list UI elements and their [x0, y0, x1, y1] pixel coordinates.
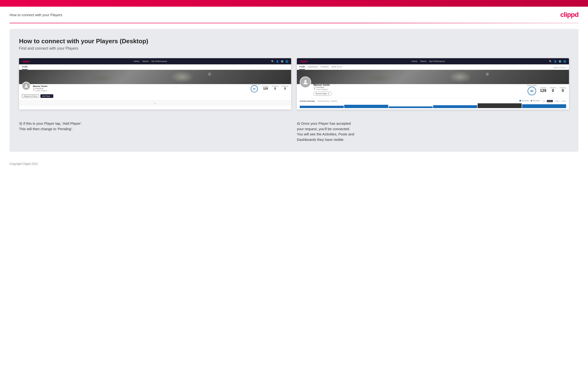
avatar-1: [22, 82, 30, 90]
screenshot-2: clippd Home Teams My Performance 🔍 👤 ⚙️ …: [297, 58, 569, 109]
app-logo-2: clippd: [300, 60, 307, 63]
filter-6mths[interactable]: 6 mths: [547, 100, 553, 102]
app-tabs-left-2: Profile Dashboard Activities What To On: [299, 66, 342, 70]
app-nav-2: clippd Home Teams My Performance 🔍 👤 ⚙️ …: [297, 58, 569, 64]
time-filters: 1 yr 6 mths 3 mths 1 mth: [542, 100, 566, 102]
tab-whattoon-2[interactable]: What To On: [331, 66, 342, 70]
app-tabs-1: Profile: [19, 64, 291, 70]
profile-avatar-area-2: Marcus Turner 1-5 Handicap 📍 United King…: [300, 82, 566, 96]
nav-myperformance-2[interactable]: My Performance: [429, 60, 445, 62]
globe-icon-2[interactable]: 🌐: [563, 60, 566, 63]
profile-avatar-area-1: Marcus Turner 1-5 Handicap 📍 United King…: [22, 82, 288, 92]
profile-info-2: Marcus Turner 1-5 Handicap 📍 United King…: [313, 83, 525, 96]
activity-legend: On course Off course: [519, 100, 540, 101]
profile-handicap-2: 1-5 Handicap: [313, 86, 525, 88]
app-nav-icons-2: 🔍 👤 ⚙️ 🌐: [549, 60, 566, 63]
top-bar: [0, 0, 588, 7]
bar-2: [344, 105, 388, 108]
oncourse-dot: [519, 100, 521, 101]
tab-profile-1[interactable]: Profile: [22, 66, 28, 70]
profile-location-1: 📍 United Kingdom: [33, 90, 247, 92]
quality-label-2: Player Quality: [527, 84, 537, 86]
quality-label-1: Player Quality: [250, 83, 259, 85]
screenshots-row: clippd Home Teams My Performance 🔍 👤 ⚙️ …: [19, 58, 569, 109]
activities-label-2: Activities: [540, 87, 546, 89]
following-stat-1: Following 0: [282, 85, 288, 90]
tab-profile-2[interactable]: Profile: [299, 66, 305, 70]
following-value-2: 0: [560, 89, 566, 93]
offcourse-dot: [531, 100, 532, 101]
add-player-button[interactable]: Add Player +: [40, 94, 53, 98]
search-icon-2[interactable]: 🔍: [549, 60, 552, 63]
footer: Copyright Clippd 2022: [0, 158, 588, 170]
activity-summary-header: Activity Summary Monthly Activity · 6 Mo…: [300, 100, 566, 102]
app-logo-1: clippd: [22, 60, 29, 63]
filter-1yr[interactable]: 1 yr: [542, 100, 546, 102]
profile-name-1: Marcus Turner: [33, 85, 247, 87]
activities-value-2: 129: [540, 89, 546, 93]
svg-point-0: [26, 84, 27, 86]
filter-3mths[interactable]: 3 mths: [554, 100, 560, 102]
globe-icon-1[interactable]: 🌐: [285, 60, 288, 63]
bar-5: [478, 103, 522, 108]
profile-name-2: Marcus Turner: [313, 83, 525, 86]
main-content: How to connect with your Players (Deskto…: [9, 29, 579, 152]
stats-area-2: Player Quality 92 Activities 129 Followe…: [527, 84, 566, 95]
bar-chart: [300, 103, 566, 108]
activities-stat-2: Activities 129: [540, 87, 546, 93]
activity-left: Activity Summary Monthly Activity · 6 Mo…: [300, 100, 337, 102]
following-value-1: 0: [282, 87, 288, 90]
nav-home-2[interactable]: Home: [412, 60, 417, 62]
user-icon-2[interactable]: 👤: [554, 60, 557, 63]
following-stat-2: Following 0: [560, 87, 566, 93]
filter-1mth[interactable]: 1 mth: [561, 100, 566, 102]
profile-info-1: Marcus Turner 1-5 Handicap 📍 United King…: [33, 85, 247, 92]
copyright: Copyright Clippd 2022: [9, 162, 38, 166]
tab-dashboard-2[interactable]: Dashboard: [308, 66, 318, 70]
location-icon-2: 📍: [313, 88, 316, 90]
nav-home-1[interactable]: Home: [134, 60, 139, 62]
user-icon-1[interactable]: 👤: [276, 60, 279, 63]
activities-value-1: 129: [262, 87, 268, 90]
app-nav-links-1: Home Teams My Performance: [134, 60, 167, 62]
tab-activities-2[interactable]: Activities: [321, 66, 329, 70]
nav-teams-1[interactable]: Teams: [142, 60, 149, 62]
following-label-2: Following: [560, 87, 566, 89]
followers-value-1: 0: [272, 87, 278, 90]
screenshot-1: clippd Home Teams My Performance 🔍 👤 ⚙️ …: [19, 58, 291, 109]
main-subtitle: Find and connect with your Players: [19, 46, 569, 50]
legend-oncourse: On course: [519, 100, 529, 101]
plus-icon: +: [51, 95, 52, 97]
app-nav-1: clippd Home Teams My Performance 🔍 👤 ⚙️ …: [19, 58, 291, 64]
app-footer-1: ✂: [19, 100, 291, 106]
quality-stat-2: Player Quality 92: [527, 84, 537, 95]
caption-2: 4) Once your Player has accepted your re…: [297, 121, 569, 142]
settings-icon-2[interactable]: ⚙️: [559, 60, 561, 63]
nav-myperformance-1[interactable]: My Performance: [151, 60, 167, 62]
nav-teams-2[interactable]: Teams: [420, 60, 426, 62]
app-tabs-right-2[interactable]: Marcus Turner ▾: [554, 67, 567, 69]
bar-6: [522, 104, 566, 108]
app-nav-icons-1: 🔍 👤 ⚙️ 🌐: [271, 60, 288, 63]
caption-2-line1: 4) Once your Player has accepted: [297, 121, 569, 126]
location-icon-1: 📍: [33, 90, 35, 92]
settings-icon-1[interactable]: ⚙️: [281, 60, 284, 63]
search-icon-1[interactable]: 🔍: [271, 60, 274, 63]
stats-area-1: Player Quality 92 Activities 129 Followe…: [250, 83, 288, 92]
svg-point-1: [304, 80, 307, 82]
activity-subtitle: Monthly Activity · 6 Months: [318, 100, 337, 102]
clippd-logo: clippd: [560, 11, 579, 18]
activity-right: On course Off course 1 yr 6 mths 3 mths: [519, 100, 566, 102]
app-nav-links-2: Home Teams My Performance: [412, 60, 445, 62]
activities-stat-1: Activities 129: [262, 85, 268, 90]
request-follow-button[interactable]: Request to Follow: [22, 94, 39, 98]
bar-3: [389, 106, 433, 108]
avatar-2: [300, 76, 311, 88]
header-title: How to connect with your Players: [9, 13, 62, 17]
header: How to connect with your Players clippd: [0, 7, 588, 23]
caption-1-line2: This will then change to 'Pending'.: [19, 126, 291, 132]
followers-value-2: 0: [550, 89, 556, 93]
quality-circle-2: 92: [527, 87, 536, 95]
remove-player-button[interactable]: Remove Player ✕: [313, 92, 332, 96]
caption-2-line2: your request, you'll be connected.: [297, 126, 569, 132]
